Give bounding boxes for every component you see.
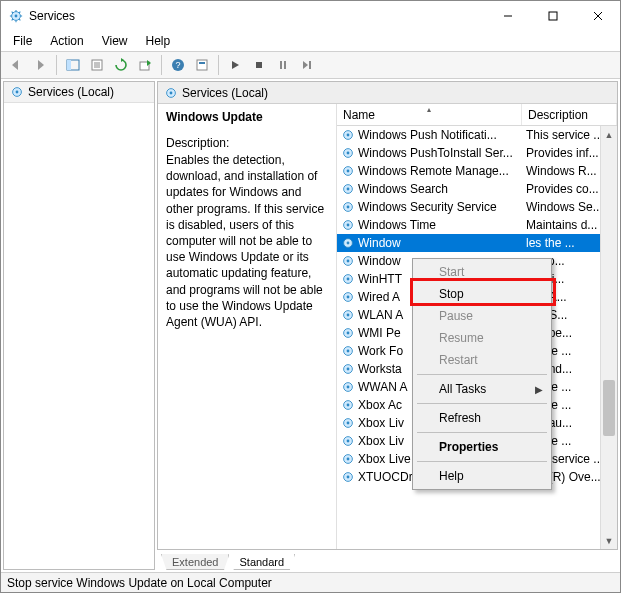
service-name: WWAN A [358, 380, 408, 394]
services-list[interactable]: Windows Push Notificati...This service .… [337, 126, 617, 549]
gear-icon [341, 236, 355, 250]
service-name: Window [358, 254, 401, 268]
tab-extended[interactable]: Extended [161, 554, 229, 570]
svg-point-58 [347, 296, 350, 299]
column-description-label: Description [528, 108, 588, 122]
svg-point-52 [347, 242, 350, 245]
toolbar-back-button[interactable] [5, 54, 27, 76]
main-body: Services (Local) Services (Local) Window… [1, 79, 620, 572]
gear-icon [341, 434, 355, 448]
toolbar-refresh-button[interactable] [110, 54, 132, 76]
toolbar-action-button[interactable] [191, 54, 213, 76]
ctx-stop[interactable]: Stop [415, 283, 549, 305]
ctx-restart[interactable]: Restart [415, 349, 549, 371]
svg-point-46 [347, 188, 350, 191]
menu-file[interactable]: File [5, 33, 40, 49]
gear-icon [341, 128, 355, 142]
service-row[interactable]: Windows Push Notificati...This service .… [337, 126, 617, 144]
service-name: Windows Time [358, 218, 436, 232]
service-row[interactable]: Windows PushToInstall Ser...Provides inf… [337, 144, 617, 162]
menu-help[interactable]: Help [138, 33, 179, 49]
gear-icon [341, 164, 355, 178]
ctx-resume[interactable]: Resume [415, 327, 549, 349]
svg-line-6 [12, 12, 13, 13]
service-name: WinHTT [358, 272, 402, 286]
service-name: Xbox Ac [358, 398, 402, 412]
scroll-down-arrow-icon[interactable]: ▼ [601, 532, 617, 549]
content-header-label: Services (Local) [182, 86, 268, 100]
toolbar-pause-service-button[interactable] [272, 54, 294, 76]
ctx-all-tasks[interactable]: All Tasks ▶ [415, 378, 549, 400]
gear-icon [341, 470, 355, 484]
column-headers: Name ▴ Description [337, 104, 617, 126]
gear-icon [341, 362, 355, 376]
svg-point-62 [347, 332, 350, 335]
svg-point-1 [15, 15, 18, 18]
gear-icon [341, 254, 355, 268]
gear-icon [341, 146, 355, 160]
svg-point-44 [347, 170, 350, 173]
svg-rect-30 [256, 62, 262, 68]
toolbar-start-service-button[interactable] [224, 54, 246, 76]
toolbar-properties-button[interactable] [86, 54, 108, 76]
svg-rect-31 [280, 61, 282, 69]
toolbar-restart-service-button[interactable] [296, 54, 318, 76]
service-name: Window [358, 236, 401, 250]
column-header-description[interactable]: Description [522, 104, 617, 125]
scrollbar-thumb[interactable] [603, 380, 615, 436]
service-row[interactable]: Windows Remote Manage...Windows R... [337, 162, 617, 180]
svg-point-42 [347, 152, 350, 155]
ctx-separator [417, 403, 547, 404]
toolbar-export-button[interactable] [134, 54, 156, 76]
svg-marker-33 [303, 61, 308, 69]
ctx-start[interactable]: Start [415, 261, 549, 283]
scroll-up-arrow-icon[interactable]: ▲ [601, 126, 617, 143]
column-header-name[interactable]: Name ▴ [337, 104, 522, 125]
sort-ascending-icon: ▴ [427, 105, 431, 114]
toolbar-show-hide-tree-button[interactable] [62, 54, 84, 76]
svg-point-40 [347, 134, 350, 137]
nav-services-local[interactable]: Services (Local) [4, 82, 154, 103]
service-name: Windows Push Notificati... [358, 128, 497, 142]
service-name: Xbox Liv [358, 416, 404, 430]
toolbar-forward-button[interactable] [29, 54, 51, 76]
window-close-button[interactable] [575, 1, 620, 31]
svg-point-78 [347, 476, 350, 479]
svg-point-64 [347, 350, 350, 353]
ctx-refresh[interactable]: Refresh [415, 407, 549, 429]
svg-point-36 [16, 91, 19, 94]
description-pane: Windows Update Description: Enables the … [158, 104, 336, 549]
service-name: Wired A [358, 290, 400, 304]
service-row[interactable]: Windows TimeMaintains d... [337, 216, 617, 234]
ctx-properties[interactable]: Properties [415, 436, 549, 458]
menu-action[interactable]: Action [42, 33, 91, 49]
column-name-label: Name [343, 108, 375, 122]
ctx-help[interactable]: Help [415, 465, 549, 487]
right-area: Services (Local) Windows Update Descript… [157, 81, 618, 570]
content-body: Windows Update Description: Enables the … [158, 104, 617, 549]
service-row[interactable]: Windows SearchProvides co... [337, 180, 617, 198]
gear-icon [164, 86, 178, 100]
service-context-menu: Start Stop Pause Resume Restart All Task… [412, 258, 552, 490]
gear-icon [341, 452, 355, 466]
view-tabstrip: Extended Standard [157, 550, 618, 570]
window-minimize-button[interactable] [485, 1, 530, 31]
tab-standard[interactable]: Standard [228, 554, 295, 570]
navigation-tree[interactable]: Services (Local) [3, 81, 155, 570]
menu-view[interactable]: View [94, 33, 136, 49]
service-row[interactable]: Windows Security ServiceWindows Se... [337, 198, 617, 216]
gear-icon [341, 218, 355, 232]
window-maximize-button[interactable] [530, 1, 575, 31]
svg-point-60 [347, 314, 350, 317]
toolbar-help-button[interactable]: ? [167, 54, 189, 76]
service-row[interactable]: Windowles the ... [337, 234, 617, 252]
svg-point-76 [347, 458, 350, 461]
svg-text:?: ? [175, 60, 180, 70]
ctx-pause[interactable]: Pause [415, 305, 549, 327]
vertical-scrollbar[interactable]: ▲ ▼ [600, 126, 617, 549]
statusbar-text: Stop service Windows Update on Local Com… [7, 576, 272, 590]
svg-marker-14 [12, 60, 18, 70]
ctx-separator [417, 461, 547, 462]
toolbar-stop-service-button[interactable] [248, 54, 270, 76]
content-header: Services (Local) [158, 82, 617, 104]
